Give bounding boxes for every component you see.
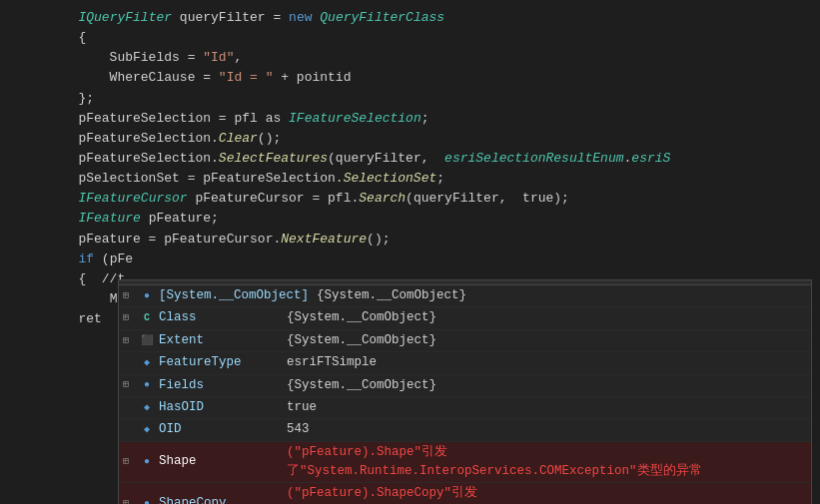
row-type-icon: ●	[139, 454, 155, 470]
row-expander[interactable]: ⊞	[123, 454, 139, 470]
tooltip-row-r4[interactable]: ◆FeatureTypeesriFTSimple	[119, 352, 811, 374]
tooltip-row-r7[interactable]: ◆OID543	[119, 419, 811, 441]
row-expander[interactable]: ⊞	[123, 288, 139, 304]
code-line-3: SubFields = "Id",	[16, 48, 804, 68]
variable-inspector-popup: ⊞●[System.__ComObject]{System.__ComObjec…	[118, 279, 812, 504]
row-prop-value: ("pFeature).Shape"引发了"System.Runtime.Int…	[287, 443, 807, 482]
code-line-10: pSelectionSet = pFeatureSelection.Select…	[16, 169, 804, 189]
row-expander[interactable]: ⊞	[123, 333, 139, 349]
row-expander[interactable]: ⊞	[123, 496, 139, 504]
tooltip-row-r5[interactable]: ⊞●Fields{System.__ComObject}	[119, 375, 811, 397]
code-editor: IQueryFilter queryFilter = new QueryFilt…	[0, 0, 820, 337]
row-expander[interactable]: ⊞	[123, 377, 139, 393]
code-line-9: pFeatureSelection.SelectFeatures(queryFi…	[16, 149, 804, 169]
row-type-icon: ●	[139, 288, 155, 304]
code-line-5: };	[16, 89, 804, 109]
row-prop-name: Shape	[159, 452, 279, 471]
row-prop-name: Class	[159, 308, 279, 327]
tooltip-row-r8[interactable]: ⊞●Shape("pFeature).Shape"引发了"System.Runt…	[119, 442, 811, 484]
row-prop-name: Fields	[159, 376, 279, 395]
row-prop-value: {System.__ComObject}	[287, 308, 436, 327]
row-prop-name: Extent	[159, 331, 279, 350]
tooltip-row-r1[interactable]: ⊞●[System.__ComObject]{System.__ComObjec…	[119, 285, 811, 307]
row-prop-name: [System.__ComObject]	[159, 286, 309, 305]
row-type-icon: ●	[139, 377, 155, 393]
row-prop-value: ("pFeature).ShapeCopy"引发了"System.Runtime…	[287, 484, 807, 504]
row-prop-name: HasOID	[159, 398, 279, 417]
tooltip-row-r2[interactable]: ⊞CClass{System.__ComObject}	[119, 307, 811, 329]
row-prop-value: {System.__ComObject}	[317, 286, 466, 305]
tooltip-rows: ⊞●[System.__ComObject]{System.__ComObjec…	[119, 285, 811, 504]
code-line-8: pFeatureSelection.Clear();	[16, 129, 804, 149]
code-line-11: IFeatureCursor pFeatureCursor = pfl.Sear…	[16, 189, 804, 209]
row-prop-value: {System.__ComObject}	[287, 376, 436, 395]
code-line-1: IQueryFilter queryFilter = new QueryFilt…	[16, 8, 804, 28]
row-type-icon: ◆	[139, 422, 155, 438]
row-type-icon: C	[139, 310, 155, 326]
row-prop-name: ShapeCopy	[159, 494, 279, 504]
tooltip-row-r6[interactable]: ◆HasOIDtrue	[119, 397, 811, 419]
row-prop-value: true	[287, 398, 317, 417]
row-prop-value: {System.__ComObject}	[287, 331, 436, 350]
row-prop-value: esriFTSimple	[287, 353, 377, 372]
code-line-14: pFeature = pFeatureCursor.NextFeature();	[16, 230, 804, 250]
tooltip-row-r9[interactable]: ⊞●ShapeCopy("pFeature).ShapeCopy"引发了"Sys…	[119, 483, 811, 504]
code-line-15: if (pFe	[16, 250, 804, 269]
row-expander[interactable]: ⊞	[123, 310, 139, 326]
row-prop-name: FeatureType	[159, 353, 279, 372]
row-type-icon: ◆	[139, 355, 155, 371]
row-type-icon: ⬛	[139, 332, 155, 348]
row-prop-value: 543	[287, 420, 310, 439]
tooltip-row-r3[interactable]: ⊞⬛Extent{System.__ComObject}	[119, 330, 811, 352]
code-line-12: IFeature pFeature;	[16, 209, 804, 229]
code-line-4: WhereClause = "Id = " + pointid	[16, 68, 804, 88]
code-line-2: {	[16, 28, 804, 48]
row-prop-name: OID	[159, 420, 279, 439]
code-line-7: pFeatureSelection = pfl as IFeatureSelec…	[16, 109, 804, 129]
row-type-icon: ●	[139, 496, 155, 504]
row-type-icon: ◆	[139, 400, 155, 416]
